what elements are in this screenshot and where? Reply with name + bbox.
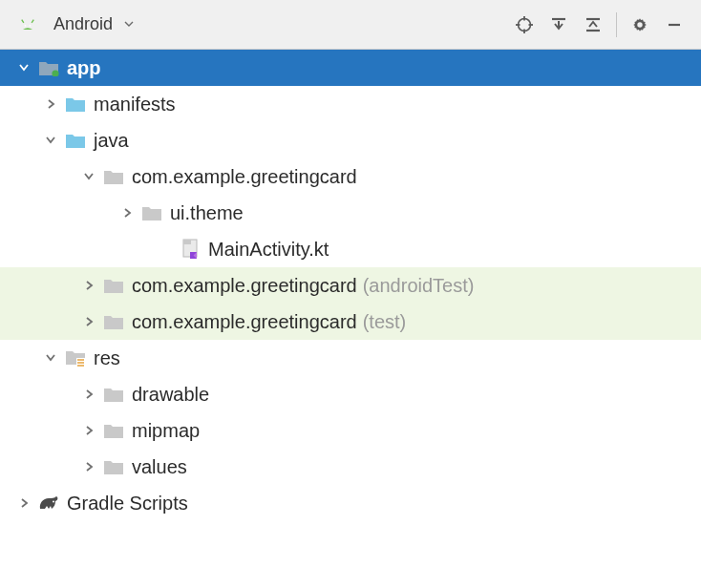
- tree-node-values[interactable]: values: [0, 449, 701, 485]
- project-tree: app manifests java com.example.greetingc…: [0, 50, 701, 531]
- svg-line-3: [32, 19, 33, 22]
- tree-node-app[interactable]: app: [0, 50, 701, 86]
- toolbar-separator: [616, 12, 617, 37]
- tree-label: manifests: [94, 94, 176, 116]
- tree-label: com.example.greetingcard: [132, 166, 357, 188]
- tree-label: Gradle Scripts: [67, 493, 188, 514]
- chevron-right-icon: [76, 425, 101, 436]
- tree-label: drawable: [132, 384, 209, 406]
- android-head-icon: [15, 12, 40, 37]
- folder-icon: [63, 92, 88, 116]
- tree-label: app: [67, 57, 101, 79]
- gradle-elephant-icon: [36, 491, 61, 515]
- tree-node-java[interactable]: java: [0, 122, 701, 158]
- svg-point-22: [53, 501, 54, 503]
- chevron-right-icon: [76, 280, 101, 291]
- res-folder-icon: [63, 346, 88, 370]
- select-open-file-button[interactable]: [507, 8, 542, 42]
- project-view-toolbar: Android: [0, 0, 701, 50]
- toolbar-right: [507, 8, 691, 42]
- package-folder-icon: [101, 164, 126, 189]
- tree-label: com.example.greetingcard: [132, 275, 357, 297]
- view-selector-label: Android: [53, 14, 113, 34]
- minimize-icon: [666, 16, 683, 33]
- tree-label: res: [94, 347, 120, 369]
- chevron-right-icon: [11, 497, 36, 509]
- chevron-right-icon: [115, 207, 139, 219]
- hide-button[interactable]: [657, 8, 691, 42]
- gear-icon: [630, 15, 649, 34]
- module-folder-icon: [36, 55, 61, 80]
- chevron-right-icon: [76, 461, 101, 472]
- package-folder-icon: [101, 309, 126, 334]
- chevron-right-icon: [76, 316, 101, 327]
- svg-point-13: [637, 22, 642, 27]
- tree-node-package-main[interactable]: com.example.greetingcard: [0, 158, 701, 195]
- package-folder-icon: [101, 273, 126, 298]
- tree-node-gradle-scripts[interactable]: Gradle Scripts: [0, 485, 701, 521]
- chevron-down-icon: [11, 62, 36, 74]
- chevron-right-icon: [76, 388, 101, 400]
- chevron-right-icon: [38, 98, 63, 110]
- tree-node-res[interactable]: res: [0, 340, 701, 376]
- tree-node-manifests[interactable]: manifests: [0, 86, 701, 122]
- tree-context: (androidTest): [363, 275, 475, 297]
- svg-line-2: [22, 19, 24, 22]
- tree-node-drawable[interactable]: drawable: [0, 376, 701, 412]
- tree-node-package-android-test[interactable]: com.example.greetingcard (androidTest): [0, 267, 701, 304]
- view-selector[interactable]: Android: [10, 9, 139, 41]
- collapse-all-button[interactable]: [576, 8, 610, 42]
- tree-node-main-activity[interactable]: MainActivity.kt: [0, 231, 701, 267]
- svg-point-1: [30, 24, 32, 26]
- settings-button[interactable]: [623, 8, 657, 42]
- crosshair-icon: [515, 15, 534, 34]
- svg-rect-17: [183, 240, 191, 244]
- kotlin-file-icon: [178, 237, 202, 262]
- expand-all-button[interactable]: [542, 8, 576, 42]
- tree-label: values: [132, 456, 187, 478]
- chevron-down-icon: [38, 135, 63, 146]
- tree-node-package-test[interactable]: com.example.greetingcard (test): [0, 304, 701, 340]
- folder-icon: [101, 382, 126, 407]
- tree-label: MainActivity.kt: [208, 239, 329, 261]
- svg-point-0: [25, 24, 27, 26]
- collapse-all-icon: [584, 16, 602, 33]
- folder-icon: [63, 128, 88, 153]
- tree-node-ui-theme[interactable]: ui.theme: [0, 195, 701, 231]
- tree-label: mipmap: [132, 420, 200, 442]
- chevron-down-icon: [124, 19, 134, 31]
- chevron-down-icon: [76, 171, 101, 182]
- chevron-down-icon: [38, 352, 63, 364]
- tree-label: com.example.greetingcard: [132, 311, 357, 333]
- package-folder-icon: [139, 200, 164, 225]
- tree-context: (test): [363, 311, 407, 333]
- expand-all-icon: [550, 16, 567, 33]
- tree-node-mipmap[interactable]: mipmap: [0, 412, 701, 449]
- tree-label: java: [94, 130, 129, 152]
- folder-icon: [101, 454, 126, 479]
- folder-icon: [101, 418, 126, 443]
- tree-label: ui.theme: [170, 202, 244, 224]
